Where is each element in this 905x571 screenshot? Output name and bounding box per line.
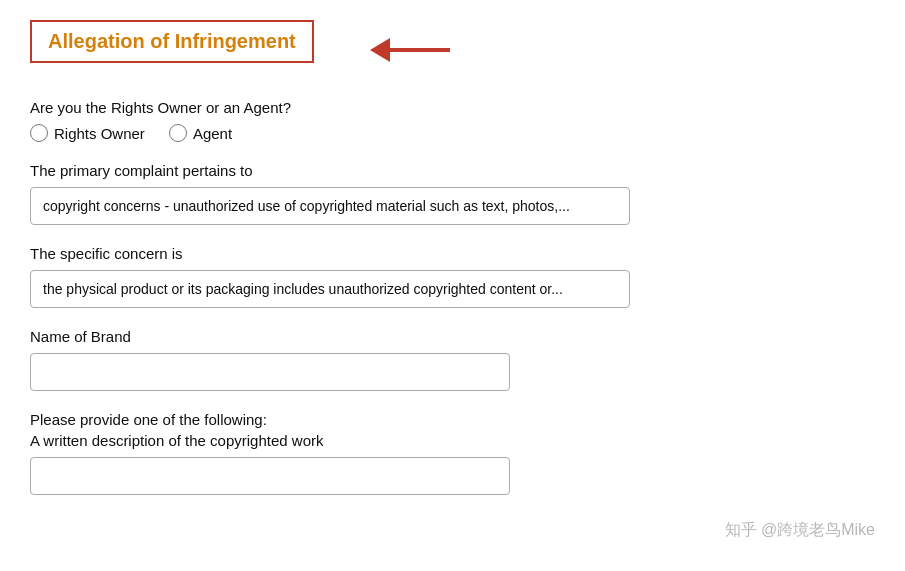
brand-name-label: Name of Brand — [30, 328, 875, 345]
primary-complaint-select[interactable]: copyright concerns - unauthorized use of… — [30, 187, 630, 225]
written-desc-input[interactable] — [30, 457, 510, 495]
brand-name-group: Name of Brand — [30, 328, 875, 391]
brand-name-input[interactable] — [30, 353, 510, 391]
primary-complaint-wrapper: copyright concerns - unauthorized use of… — [30, 187, 875, 225]
agent-label: Agent — [193, 125, 232, 142]
rights-owner-option[interactable]: Rights Owner — [30, 124, 145, 142]
specific-concern-label: The specific concern is — [30, 245, 875, 262]
written-desc-label: A written description of the copyrighted… — [30, 432, 875, 449]
arrow-head-icon — [370, 38, 390, 62]
rights-owner-radio[interactable] — [30, 124, 48, 142]
agent-option[interactable]: Agent — [169, 124, 232, 142]
specific-concern-select[interactable]: the physical product or its packaging in… — [30, 270, 630, 308]
page-title: Allegation of Infringement — [48, 30, 296, 52]
provide-label: Please provide one of the following: — [30, 411, 875, 428]
arrow-line — [390, 48, 450, 52]
role-question-label: Are you the Rights Owner or an Agent? — [30, 99, 875, 116]
rights-owner-label: Rights Owner — [54, 125, 145, 142]
arrow-decoration — [370, 38, 450, 62]
specific-concern-wrapper: the physical product or its packaging in… — [30, 270, 875, 308]
agent-radio[interactable] — [169, 124, 187, 142]
watermark-text: 知乎 @跨境老鸟Mike — [725, 520, 875, 541]
role-radio-group: Rights Owner Agent — [30, 124, 875, 142]
primary-complaint-label: The primary complaint pertains to — [30, 162, 875, 179]
allegation-title-box: Allegation of Infringement — [30, 20, 314, 63]
